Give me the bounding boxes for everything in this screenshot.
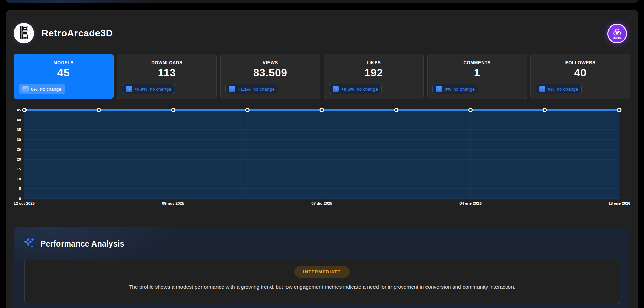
right-arrow-icon: → xyxy=(22,86,29,92)
performance-description: The profile shows a modest performance w… xyxy=(129,284,515,290)
stat-label: MODELS xyxy=(53,60,73,65)
avatar xyxy=(14,23,34,43)
performance-level-badge: INTERMEDIATE xyxy=(294,266,350,278)
stat-label: DOWNLOADS xyxy=(151,60,182,65)
stat-card-models[interactable]: MODELS 45 → 0% no change xyxy=(14,54,114,99)
stat-value: 113 xyxy=(158,67,176,79)
change-badge: → +0.5% no change xyxy=(329,84,382,94)
change-label: no change xyxy=(253,87,275,92)
stat-card-comments[interactable]: COMMENTS 1 → 0% no change xyxy=(427,54,527,99)
arcade-cabinet-icon xyxy=(18,25,30,41)
change-label: no change xyxy=(150,87,171,92)
performance-analysis-section: Performance Analysis INTERMEDIATE The pr… xyxy=(14,227,630,308)
svg-text:12 oct 2025: 12 oct 2025 xyxy=(14,201,35,205)
change-percent: +0.9% xyxy=(134,87,147,92)
stat-value: 1 xyxy=(474,67,480,79)
right-arrow-icon: → xyxy=(436,86,442,92)
change-percent: 0% xyxy=(445,87,451,92)
change-label: no change xyxy=(453,87,475,92)
svg-text:40: 40 xyxy=(17,118,21,122)
stat-card-downloads[interactable]: DOWNLOADS 113 → +0.9% no change xyxy=(117,54,217,99)
models-history-area-chart[interactable]: 45403530252015105012 oct 202509 nov 2025… xyxy=(14,105,630,208)
profile-header: RetroArcade3D Cults. xyxy=(14,23,630,43)
svg-text:15: 15 xyxy=(17,167,21,171)
right-arrow-icon: → xyxy=(126,86,132,92)
stat-value: 45 xyxy=(57,67,70,79)
change-badge: → 0% no change xyxy=(536,84,582,94)
svg-text:35: 35 xyxy=(17,128,21,132)
stat-card-views[interactable]: VIEWS 83.509 → +1.1% no change xyxy=(220,54,320,99)
stat-label: FOLLOWERS xyxy=(565,60,595,65)
change-badge: → +0.9% no change xyxy=(122,84,175,94)
stat-value: 83.509 xyxy=(253,67,288,79)
change-percent: +0.5% xyxy=(341,87,354,92)
change-badge: → 0% no change xyxy=(19,84,65,94)
stat-card-likes[interactable]: LIKES 192 → +0.5% no change xyxy=(324,54,424,99)
svg-text:25: 25 xyxy=(17,147,21,151)
page-title: RetroArcade3D xyxy=(41,28,113,39)
stat-value: 192 xyxy=(364,67,383,79)
cults-badge-label: Cults. xyxy=(613,36,622,40)
cults-platform-badge[interactable]: Cults. xyxy=(607,24,627,43)
change-label: no change xyxy=(356,87,378,92)
svg-text:07 dic 2025: 07 dic 2025 xyxy=(311,201,332,205)
svg-text:18 ene 2026: 18 ene 2026 xyxy=(608,201,630,205)
right-arrow-icon: → xyxy=(539,86,545,92)
performance-summary-box: INTERMEDIATE The profile shows a modest … xyxy=(24,260,620,304)
svg-text:20: 20 xyxy=(17,157,21,161)
change-percent: 0% xyxy=(31,87,38,92)
change-label: no change xyxy=(40,87,62,92)
svg-text:45: 45 xyxy=(17,108,21,112)
svg-text:04 ene 2026: 04 ene 2026 xyxy=(459,201,482,205)
stat-label: LIKES xyxy=(367,60,381,65)
right-arrow-icon: → xyxy=(229,86,235,92)
stat-label: COMMENTS xyxy=(463,60,491,65)
sparkles-icon xyxy=(23,237,35,250)
svg-text:5: 5 xyxy=(19,187,21,191)
svg-text:0: 0 xyxy=(19,197,21,201)
stat-card-followers[interactable]: FOLLOWERS 40 → 0% no change xyxy=(530,54,630,99)
change-badge: → +1.1% no change xyxy=(225,84,278,94)
stats-row: MODELS 45 → 0% no change DOWNLOADS 113 →… xyxy=(14,54,630,99)
previous-section-cutoff xyxy=(6,0,638,3)
performance-analysis-title: Performance Analysis xyxy=(40,239,124,249)
stat-label: VIEWS xyxy=(263,60,278,65)
performance-analysis-header: Performance Analysis xyxy=(14,227,630,250)
svg-text:30: 30 xyxy=(17,138,21,142)
stat-value: 40 xyxy=(574,67,587,79)
svg-text:10: 10 xyxy=(17,177,21,181)
change-percent: 0% xyxy=(548,87,555,92)
change-label: no change xyxy=(557,87,578,92)
change-badge: → 0% no change xyxy=(432,84,479,94)
change-percent: +1.1% xyxy=(238,87,251,92)
svg-text:09 nov 2025: 09 nov 2025 xyxy=(162,201,185,205)
right-arrow-icon: → xyxy=(333,86,339,92)
profile-dashboard-card: RetroArcade3D Cults. MODELS 45 → 0% no c… xyxy=(6,10,638,308)
